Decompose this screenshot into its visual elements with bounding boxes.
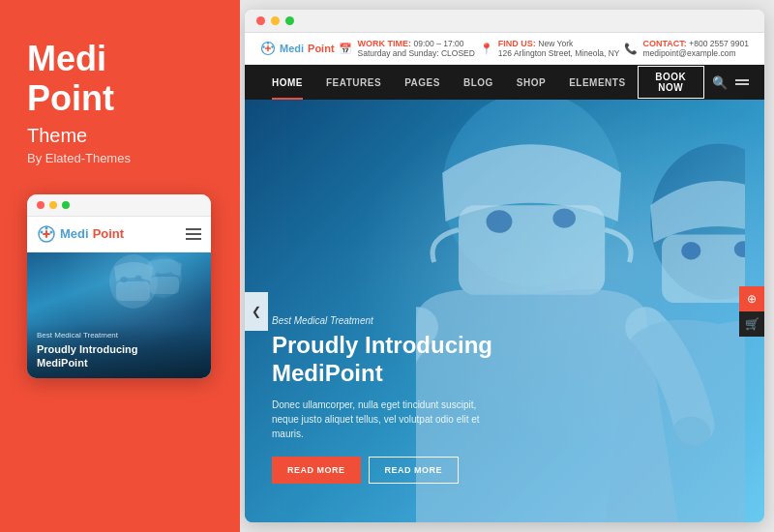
nav-item-pages[interactable]: PAGES bbox=[393, 65, 452, 100]
mobile-dot-green bbox=[62, 201, 70, 209]
svg-rect-8 bbox=[150, 277, 179, 294]
svg-point-3 bbox=[45, 226, 48, 229]
svg-point-10 bbox=[135, 275, 142, 280]
svg-point-19 bbox=[487, 210, 513, 233]
mobile-hamburger[interactable] bbox=[186, 228, 201, 240]
hero-tag: Best Medical Treatment bbox=[272, 315, 504, 326]
svg-point-25 bbox=[681, 242, 700, 259]
svg-point-12 bbox=[167, 272, 173, 276]
hero-section: ❮ ❯ Best Medical Treatment Proudly Intro… bbox=[245, 100, 764, 522]
hero-buttons: READ MORE READ MORE bbox=[272, 457, 504, 484]
phone-icon: 📞 bbox=[624, 43, 638, 55]
left-panel: Medi Point Theme By Elated-Themes MediPo… bbox=[0, 0, 240, 532]
hero-title: Proudly Introducing MediPoint bbox=[272, 332, 504, 388]
theme-title: Medi Point bbox=[27, 39, 213, 119]
browser-dot-red bbox=[256, 16, 265, 25]
svg-point-9 bbox=[120, 277, 128, 282]
floating-icon-1[interactable]: ⊕ bbox=[739, 286, 764, 311]
book-now-button[interactable]: BOOK NOW bbox=[638, 66, 704, 99]
mobile-dot-red bbox=[37, 201, 45, 209]
floating-cart-icon[interactable]: 🛒 bbox=[739, 311, 764, 337]
browser-window-bar bbox=[245, 10, 764, 33]
contact-info: 📞 CONTACT: +800 2557 9901 medipoint@exam… bbox=[624, 39, 749, 58]
mobile-hero-tag: Best Medical Treatment bbox=[37, 331, 201, 340]
mobile-nav: MediPoint bbox=[27, 217, 211, 252]
hero-content: Best Medical Treatment Proudly Introduci… bbox=[272, 315, 504, 484]
browser-dot-green bbox=[285, 16, 294, 25]
hero-prev-arrow[interactable]: ❮ bbox=[245, 292, 268, 331]
work-time-info: 📅 WORK TIME: 09:00 – 17:00 Saturday and … bbox=[339, 39, 474, 58]
hero-btn-secondary[interactable]: READ MORE bbox=[369, 457, 460, 484]
svg-point-1 bbox=[41, 230, 44, 233]
nav-item-blog[interactable]: BLOG bbox=[452, 65, 505, 100]
mobile-hero: Best Medical Treatment Proudly Introduci… bbox=[27, 252, 211, 378]
hero-btn-primary[interactable]: READ MORE bbox=[272, 457, 361, 484]
nav-items: HOME FEATURES PAGES BLOG SHOP ELEMENTS bbox=[260, 65, 638, 100]
location-icon: 📍 bbox=[480, 43, 493, 55]
svg-point-11 bbox=[155, 272, 161, 277]
logo-icon bbox=[260, 41, 276, 56]
mobile-dot-yellow bbox=[49, 201, 57, 209]
theme-subtitle: Theme bbox=[27, 125, 213, 147]
svg-point-2 bbox=[50, 230, 53, 233]
info-bar: MediPoint 📅 WORK TIME: 09:00 – 17:00 Sat… bbox=[245, 33, 764, 65]
mobile-logo: MediPoint bbox=[37, 224, 124, 244]
svg-rect-24 bbox=[662, 235, 745, 304]
svg-point-20 bbox=[552, 209, 576, 228]
nav-right: BOOK NOW 🔍 bbox=[638, 66, 749, 99]
mobile-mockup: MediPoint bbox=[27, 194, 211, 378]
svg-point-15 bbox=[271, 45, 273, 47]
browser-mockup: MediPoint 📅 WORK TIME: 09:00 – 17:00 Sat… bbox=[245, 10, 764, 522]
nav-item-features[interactable]: FEATURES bbox=[314, 65, 393, 100]
floating-icons: ⊕ 🛒 bbox=[739, 286, 764, 337]
right-panel: MediPoint 📅 WORK TIME: 09:00 – 17:00 Sat… bbox=[240, 0, 774, 532]
theme-by: By Elated-Themes bbox=[27, 151, 213, 165]
mobile-window-bar bbox=[27, 194, 211, 217]
site-logo: MediPoint bbox=[260, 41, 335, 56]
nav-menu-icon[interactable] bbox=[735, 79, 749, 85]
browser-dot-yellow bbox=[271, 16, 280, 25]
svg-rect-18 bbox=[459, 205, 605, 294]
mobile-hero-overlay: Best Medical Treatment Proudly Introduci… bbox=[27, 323, 211, 378]
svg-point-14 bbox=[262, 45, 264, 47]
find-us-info: 📍 FIND US: New York 126 Arlington Street… bbox=[480, 39, 620, 58]
nav-item-home[interactable]: HOME bbox=[260, 65, 314, 100]
mobile-hero-title: Proudly Introducing MediPoint bbox=[37, 342, 201, 370]
mobile-logo-icon bbox=[37, 224, 56, 244]
svg-rect-7 bbox=[116, 281, 150, 301]
calendar-icon: 📅 bbox=[339, 43, 352, 55]
svg-point-16 bbox=[267, 42, 269, 44]
nav-item-elements[interactable]: ELEMENTS bbox=[557, 65, 637, 100]
search-icon[interactable]: 🔍 bbox=[712, 75, 728, 90]
main-nav: HOME FEATURES PAGES BLOG SHOP ELEMENTS B… bbox=[245, 65, 764, 100]
hero-description: Donec ullamcorper, nulla eget tincidunt … bbox=[272, 398, 504, 441]
nav-item-shop[interactable]: SHOP bbox=[505, 65, 557, 100]
